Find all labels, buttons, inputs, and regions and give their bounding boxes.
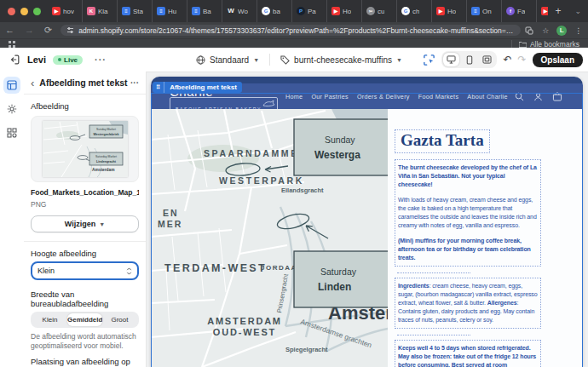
browser-toolbar: ← → ⟳ admin.shopify.com/store/2c1067-4/t… — [0, 22, 588, 38]
browser-tab[interactable]: KKla — [82, 0, 117, 22]
app-embeds-icon[interactable] — [3, 124, 20, 141]
desktop-preview-button[interactable] — [443, 53, 459, 66]
image-height-select[interactable]: Klein — [31, 261, 139, 280]
image-thumbnail[interactable]: Sunday Market Westergasfabriek Saturday … — [43, 121, 128, 177]
browser-tab[interactable]: ≡Ba — [187, 0, 222, 22]
fullscreen-button[interactable] — [479, 53, 495, 66]
live-badge-label: Live — [64, 56, 78, 64]
minimize-window-icon[interactable] — [20, 8, 28, 15]
store-name: Levi — [27, 54, 46, 65]
thumb-callout1-line2: Westergasfabriek — [93, 133, 118, 136]
panel-more-icon[interactable]: ··· — [130, 78, 139, 88]
browser-tab[interactable]: fFa — [501, 0, 536, 22]
save-button[interactable]: Opslaan — [533, 53, 583, 67]
close-window-icon[interactable] — [8, 8, 15, 15]
muffins-paragraph: (Mini) muffins for your morning coffee b… — [398, 237, 538, 262]
divider — [24, 241, 146, 242]
select-stepper-icon — [126, 267, 132, 275]
width-option-large[interactable]: Groot — [102, 313, 137, 326]
width-option-medium[interactable]: Gemiddeld — [67, 313, 102, 326]
undo-icon[interactable]: ↶ — [503, 54, 511, 66]
browser-action-icon[interactable] — [521, 26, 538, 35]
apps-grid-icon[interactable] — [9, 41, 15, 48]
editor-actions: ↶ ↷ Opslaan — [423, 51, 583, 68]
cart-icon[interactable] — [552, 92, 562, 101]
section-image[interactable]: SPAARNDAMMER WESTERPARK Eilandsgracht EN… — [151, 109, 388, 367]
tab-list: ▶hovKKla≡Sta≡Hu≡BaWWoGbaPPa▶Ho✂cuGch▶Ho≡… — [48, 0, 548, 22]
product-heading[interactable]: Gazta Tarta — [395, 129, 490, 153]
divider — [269, 54, 270, 66]
sections-rail-button[interactable] — [3, 77, 20, 94]
back-chevron-icon[interactable]: ‹ — [31, 77, 34, 89]
nav-home[interactable]: Home — [285, 93, 303, 100]
chevron-down-icon: ▼ — [396, 57, 402, 63]
gray-favicon: ✂ — [366, 7, 375, 15]
template-selector[interactable]: burnt-cheesecake-muffins — [294, 55, 392, 65]
tab-title: Pa — [308, 8, 316, 15]
reload-icon[interactable]: ⟳ — [39, 26, 57, 35]
live-dot-icon — [58, 58, 61, 61]
editor-rail — [0, 72, 25, 367]
nav-orders[interactable]: Orders & Delivery — [357, 93, 410, 100]
width-option-small[interactable]: Klein — [32, 313, 67, 326]
exit-editor-icon[interactable] — [9, 54, 20, 66]
site-settings-icon[interactable] — [66, 26, 74, 34]
theme-preview: Charlie Basque Artisan Bakery Home Our P… — [151, 77, 583, 367]
chevron-down-icon: ▼ — [253, 57, 259, 63]
tab-search-chevron-icon[interactable]: ⌄ — [568, 7, 588, 15]
browser-tab[interactable]: ≡Sta — [117, 0, 152, 22]
drag-handle-icon[interactable]: ⠿ — [153, 82, 164, 93]
market-selector[interactable]: Standaard — [210, 55, 249, 65]
browser-menu-icon[interactable]: ⋮ — [570, 26, 586, 35]
browser-tab[interactable]: Gch — [396, 0, 431, 22]
more-options-icon[interactable]: ··· — [95, 54, 107, 65]
nav-pastries[interactable]: Our Pastries — [311, 93, 349, 100]
maximize-window-icon[interactable] — [33, 8, 41, 15]
chevron-down-icon: ▼ — [99, 221, 105, 227]
address-bar[interactable]: admin.shopify.com/store/2c1067-4/themes/… — [61, 25, 521, 36]
new-tab-button[interactable]: + — [548, 5, 568, 17]
all-bookmarks-label: Alle bookmarks — [530, 40, 579, 49]
ingredients-block[interactable]: Ingredients: cream cheese, heavy cream, … — [395, 278, 541, 329]
forward-icon[interactable]: → — [20, 26, 39, 35]
browser-tab[interactable]: ▶Ho — [326, 0, 361, 22]
browser-tab[interactable]: Gba — [257, 0, 291, 22]
context-switchers: Standaard ▼ burnt-cheesecake-muffins ▼ — [196, 54, 402, 66]
theme-settings-gear-icon[interactable] — [3, 100, 20, 118]
thumb-callout2-line2: Lindengracht — [96, 160, 117, 163]
browser-tab-bar: ▶hovKKla≡Sta≡Hu≡BaWWoGbaPPa▶Ho✂cuGch▶Ho≡… — [0, 0, 588, 22]
section-tag[interactable]: ⠿ Afbeelding met tekst — [153, 82, 242, 93]
nav-markets[interactable]: Food Markets — [418, 93, 459, 100]
callout2-line2: Linden — [318, 281, 351, 293]
storage-block[interactable]: Keeps well 4 to 5 days when stored refri… — [395, 340, 541, 367]
bookmark-star-icon[interactable]: ☆ — [538, 26, 553, 35]
back-icon[interactable]: ← — [0, 26, 20, 35]
browser-tab[interactable]: PPa — [291, 0, 326, 22]
account-icon[interactable] — [533, 92, 543, 101]
window-controls — [0, 8, 48, 15]
dotted-divider — [397, 272, 470, 273]
browser-tab[interactable]: ▶Ho — [431, 0, 466, 22]
ingredients-label: Ingredients — [398, 283, 429, 289]
profile-avatar[interactable]: L — [556, 26, 567, 36]
browser-tab[interactable]: ▶hov — [48, 0, 82, 22]
change-image-button[interactable]: Wijzigen ▼ — [31, 215, 139, 232]
redo-icon: ↷ — [517, 54, 526, 66]
inspector-icon[interactable] — [423, 54, 435, 66]
site-nav: Home Our Pastries Orders & Delivery Food… — [285, 83, 508, 109]
intro-paragraph: The burnt cheesecake developed by the ch… — [398, 163, 538, 189]
mobile-preview-button[interactable] — [461, 53, 477, 66]
all-bookmarks-button[interactable]: Alle bookmarks — [511, 40, 588, 48]
thumb-callout1-line1: Sunday Market — [96, 128, 116, 131]
whale-icon — [262, 99, 276, 107]
browser-tab[interactable]: ▶Ho — [536, 0, 548, 22]
nav-about[interactable]: About Charlie — [467, 93, 507, 100]
description-block[interactable]: The burnt cheesecake developed by the ch… — [395, 159, 541, 267]
browser-tab[interactable]: ✂cu — [361, 0, 396, 22]
map-label-spiegelgracht: Spiegelgracht — [285, 346, 328, 353]
browser-tab[interactable]: WWo — [222, 0, 257, 22]
browser-tab[interactable]: ≡Hu — [152, 0, 187, 22]
browser-tab[interactable]: ≡On — [466, 0, 501, 22]
map-callout-sunday: Sunday Westerga — [294, 119, 388, 175]
search-icon[interactable] — [515, 92, 524, 101]
